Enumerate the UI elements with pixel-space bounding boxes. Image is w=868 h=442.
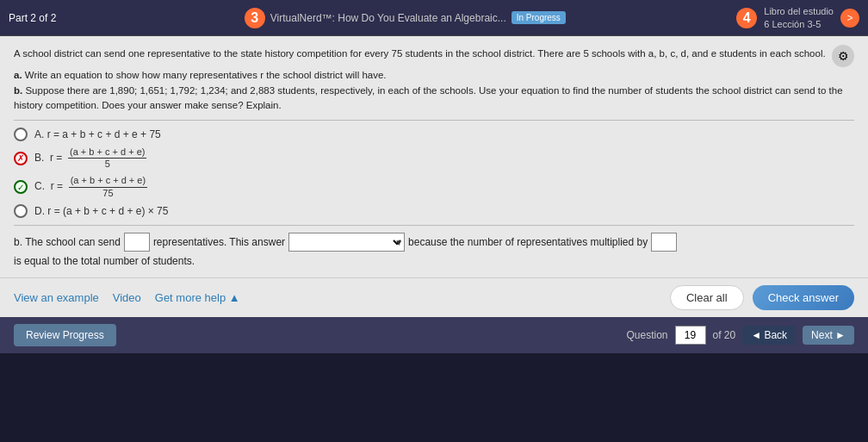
- part-b-end: is equal to the total number of students…: [14, 255, 195, 267]
- part-b-middle: representatives. This answer: [153, 236, 285, 248]
- part-label: Part 2 of 2: [9, 12, 56, 24]
- footer: View an example Video Get more help ▲ Cl…: [0, 277, 868, 317]
- choice-b-row[interactable]: ✗ B. r = (a + b + c + d + e) 5: [14, 146, 854, 170]
- answer-choices: A. r = a + b + c + d + e + 75 ✗ B. r = (…: [14, 128, 854, 218]
- choice-a-radio[interactable]: [14, 128, 28, 141]
- part-b-suffix: because the number of representatives mu…: [408, 236, 648, 248]
- choice-c-fraction: (a + b + c + d + e) 75: [69, 175, 147, 198]
- main-content: ⚙ A school district can send one represe…: [0, 36, 868, 277]
- choice-c-denominator: 75: [101, 188, 115, 199]
- video-link[interactable]: Video: [113, 291, 141, 304]
- choice-a-row[interactable]: A. r = a + b + c + d + e + 75: [14, 128, 854, 141]
- review-progress-button[interactable]: Review Progress: [14, 324, 116, 346]
- book-title-line2: 6 Lección 3-5: [764, 18, 834, 30]
- next-chevron[interactable]: >: [840, 9, 859, 28]
- choice-b-radio[interactable]: ✗: [14, 152, 28, 165]
- choice-c-radio[interactable]: ✓: [14, 180, 28, 194]
- top-navigation: Part 2 of 2 3 VirtualNerd™: How Do You E…: [0, 0, 868, 36]
- choice-b-numerator: (a + b + c + d + e): [68, 146, 146, 159]
- answer-dropdown-wrapper[interactable]: makes sense does not make sense ▼: [288, 233, 405, 252]
- item-number: 3: [245, 8, 265, 28]
- x-icon: ✗: [17, 153, 24, 163]
- part-b-label: b.: [14, 85, 22, 96]
- next-button[interactable]: Next ►: [803, 326, 854, 345]
- choice-d-row[interactable]: D. r = (a + b + c + d + e) × 75: [14, 204, 854, 218]
- part-b-text: Suppose there are 1,890; 1,651; 1,792; 1…: [14, 85, 843, 110]
- book-title-line1: Libro del estudio: [764, 5, 834, 17]
- nav-middle: 3 VirtualNerd™: How Do You Evaluate an A…: [73, 8, 736, 28]
- part-b-prefix: b. The school can send: [14, 236, 121, 248]
- divider-2: [14, 225, 854, 226]
- part-b-fill: b. The school can send representatives. …: [14, 233, 854, 267]
- get-more-help-link[interactable]: Get more help ▲: [155, 291, 240, 304]
- check-icon: ✓: [17, 183, 24, 192]
- bottom-bar: Review Progress Question of 20 ◄ Back Ne…: [0, 317, 868, 353]
- settings-icon[interactable]: ⚙: [832, 45, 854, 67]
- item-title: VirtualNerd™: How Do You Evaluate an Alg…: [270, 12, 506, 24]
- question-label: Question: [626, 329, 667, 341]
- choice-d-label: D. r = (a + b + c + d + e) × 75: [34, 205, 168, 217]
- choice-b-label: B. r = (a + b + c + d + e) 5: [34, 146, 146, 170]
- question-number-input[interactable]: [675, 326, 706, 345]
- nav-right: 4 Libro del estudio 6 Lección 3-5 >: [736, 5, 859, 30]
- part-a-label: a.: [14, 70, 22, 80]
- choice-d-radio[interactable]: [14, 204, 28, 218]
- representatives-input[interactable]: [124, 233, 150, 252]
- book-title: Libro del estudio 6 Lección 3-5: [764, 5, 834, 30]
- question-navigation: Question of 20 ◄ Back Next ►: [626, 326, 854, 345]
- choice-a-label: A. r = a + b + c + d + e + 75: [34, 128, 161, 140]
- back-button[interactable]: ◄ Back: [742, 326, 796, 345]
- choice-c-row[interactable]: ✓ C. r = (a + b + c + d + e) 75: [14, 175, 854, 198]
- footer-links: View an example Video Get more help ▲: [14, 291, 240, 304]
- multiplied-by-input[interactable]: [651, 233, 677, 252]
- footer-buttons: Clear all Check answer: [670, 285, 854, 310]
- divider: [14, 120, 854, 121]
- book-number: 4: [736, 8, 757, 28]
- problem-header: A school district can send one represent…: [14, 47, 854, 61]
- part-a-text: Write an equation to show how many repre…: [25, 70, 387, 80]
- question-total: of 20: [713, 329, 736, 341]
- choice-b-denominator: 5: [103, 159, 112, 170]
- view-example-link[interactable]: View an example: [14, 291, 99, 304]
- choice-b-fraction: (a + b + c + d + e) 5: [68, 146, 146, 170]
- check-answer-button[interactable]: Check answer: [753, 285, 854, 310]
- choice-c-label: C. r = (a + b + c + d + e) 75: [34, 175, 147, 198]
- answer-dropdown[interactable]: makes sense does not make sense: [288, 233, 405, 252]
- problem-parts: a. Write an equation to show how many re…: [14, 68, 854, 113]
- item-status: In Progress: [512, 11, 566, 24]
- choice-c-numerator: (a + b + c + d + e): [69, 175, 147, 187]
- clear-all-button[interactable]: Clear all: [670, 285, 744, 310]
